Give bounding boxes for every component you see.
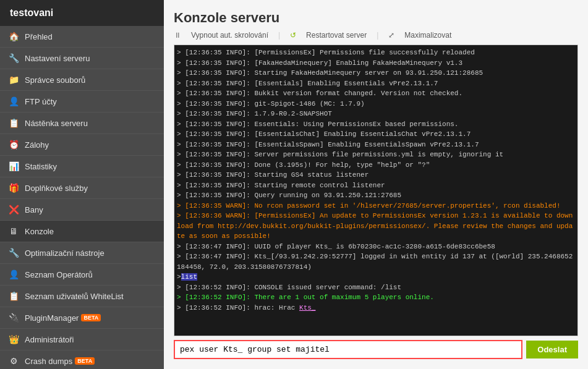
- console-line-0: > [12:36:35 INFO]: [PermissionsEx] Permi…: [177, 48, 575, 58]
- pause-icon: ⏸: [174, 31, 181, 40]
- console-line-10: > [12:36:35 INFO]: Server permissions fi…: [177, 150, 575, 160]
- console-line-2: > [12:36:35 INFO]: Starting FakaHedaMine…: [177, 68, 575, 78]
- sidebar-label-statistiky: Statistiky: [25, 162, 57, 171]
- player-name: Kts_: [299, 304, 315, 312]
- sidebar-icon-prehled: 🏠: [7, 30, 20, 43]
- sidebar-label-zalohy: Zálohy: [25, 140, 49, 150]
- sidebar-icon-spravce: 📁: [7, 74, 20, 86]
- sidebar-label-doplnkove: Doplňkové služby: [25, 184, 88, 193]
- console-line-9: > [12:36:35 INFO]: [EssentialsSpawn] Ena…: [177, 140, 575, 150]
- sidebar-label-optimalizacni: Optimalizační nástroje: [25, 248, 104, 258]
- sidebar-icon-whitelist: 📋: [7, 290, 20, 302]
- sidebar-item-doplnkove[interactable]: 🎁Doplňkové služby: [0, 177, 164, 199]
- sidebar-label-pluginmanager: PluginManager: [25, 313, 79, 323]
- console-line-11: > [12:36:35 INFO]: Done (3.195s)! For he…: [177, 160, 575, 171]
- sidebar-item-ftp[interactable]: 👤FTP účty: [0, 91, 164, 112]
- console-line-6: > [12:36:35 INFO]: 1.7.9-R0.2-SNAPSHOT: [177, 109, 575, 119]
- maximize-icon: ⤢: [388, 31, 394, 40]
- console-line-4: > [12:36:35 INFO]: Bukkit version format…: [177, 88, 575, 99]
- sidebar-icon-optimalizacni: 🔧: [7, 247, 20, 259]
- sidebar-icon-pluginmanager: 🔌: [7, 312, 20, 324]
- console-line-17: > [12:36:47 INFO]: UUID of player Kts_ i…: [177, 242, 575, 252]
- divider2: |: [377, 31, 378, 40]
- badge-crash-dumps: BETA: [75, 357, 95, 365]
- console-output: > [12:36:35 INFO]: [PermissionsEx] Permi…: [174, 45, 578, 336]
- sidebar-item-zalohy[interactable]: ⏰Zálohy: [0, 134, 164, 156]
- sidebar-item-administratori[interactable]: 👑Administrátoři: [0, 329, 164, 350]
- sidebar-label-ftp: FTP účty: [25, 97, 57, 106]
- restart-icon: ↺: [290, 31, 296, 40]
- console-line-14: > [12:36:35 INFO]: Query running on 93.9…: [177, 190, 575, 201]
- console-line-12: > [12:36:35 INFO]: Starting GS4 status l…: [177, 170, 575, 180]
- main-content: Konzole serveru ⏸ Vypnout aut. skrolován…: [164, 0, 588, 369]
- console-line-8: > [12:36:35 INFO]: [EssentialsChat] Enab…: [177, 129, 575, 140]
- sidebar-icon-nastaveni: 🔧: [7, 52, 20, 64]
- console-line-22: > [12:36:52 INFO]: hrac: Hrac Kts_: [177, 303, 575, 313]
- sidebar-icon-nastenkа: 📋: [7, 117, 20, 129]
- sidebar-label-nastenkа: Nástěnka serveru: [25, 119, 88, 128]
- console-lines: > [12:36:35 INFO]: [PermissionsEx] Permi…: [177, 48, 575, 313]
- send-button[interactable]: Odeslat: [526, 341, 578, 358]
- sidebar-item-pluginmanager[interactable]: 🔌PluginManagerBETA: [0, 307, 164, 329]
- sidebar-icon-administratori: 👑: [7, 333, 20, 346]
- sidebar-icon-konzole: 🖥: [7, 225, 20, 237]
- console-line-18: > [12:36:47 INFO]: Kts_[/93.91.242.29:52…: [177, 252, 575, 272]
- sidebar-label-prehled: Přehled: [25, 32, 53, 41]
- sidebar-title: testovani: [0, 0, 164, 26]
- badge-pluginmanager: BETA: [81, 314, 101, 321]
- cmd-list: list: [181, 273, 197, 281]
- console-line-13: > [12:36:35 INFO]: Starting remote contr…: [177, 180, 575, 191]
- sidebar-label-crash-dumps: Crash dumps: [25, 357, 72, 366]
- divider: |: [278, 31, 280, 40]
- sidebar-label-konzole: Konzole: [25, 227, 54, 236]
- sidebar-label-whitelist: Seznam uživatelů WhiteList: [25, 292, 124, 301]
- sidebar: testovani 🏠Přehled🔧Nastavení serveru📁Spr…: [0, 0, 164, 369]
- sidebar-item-konzole[interactable]: 🖥Konzole: [0, 221, 164, 242]
- sidebar-item-bany[interactable]: ❌Bany: [0, 199, 164, 221]
- sidebar-item-seznam-operatoru[interactable]: 👤Seznam Operátorů: [0, 264, 164, 286]
- sidebar-icon-doplnkove: 🎁: [7, 182, 20, 194]
- sidebar-item-whitelist[interactable]: 📋Seznam uživatelů WhiteList: [0, 286, 164, 307]
- sidebar-icon-zalohy: ⏰: [7, 138, 20, 151]
- console-input[interactable]: [174, 340, 522, 359]
- console-input-row: Odeslat: [174, 340, 578, 359]
- console-line-3: > [12:36:35 INFO]: [Essentials] Enabling…: [177, 78, 575, 89]
- console-line-20: > [12:36:52 INFO]: CONSOLE issued server…: [177, 282, 575, 293]
- sidebar-item-spravce[interactable]: 📁Správce souborů: [0, 69, 164, 91]
- console-line-21: > [12:36:52 INFO]: There are 1 out of ma…: [177, 292, 575, 303]
- sidebar-icon-statistiky: 📊: [7, 160, 20, 172]
- sidebar-icon-bany: ❌: [7, 203, 20, 216]
- maximize-button[interactable]: Maximalizovat: [404, 31, 451, 40]
- console-line-19: >list: [177, 272, 575, 282]
- console-toolbar: ⏸ Vypnout aut. skrolování | ↺ Restartova…: [174, 31, 578, 40]
- sidebar-label-spravce: Správce souborů: [25, 75, 85, 85]
- sidebar-item-nastenkа[interactable]: 📋Nástěnka serveru: [0, 112, 164, 134]
- restart-button[interactable]: Restartovat server: [306, 31, 367, 40]
- sidebar-icon-crash-dumps: ⚙: [7, 355, 20, 367]
- page-title: Konzole serveru: [174, 10, 578, 26]
- sidebar-label-nastaveni: Nastavení serveru: [25, 54, 90, 63]
- sidebar-item-optimalizacni[interactable]: 🔧Optimalizační nástroje: [0, 242, 164, 264]
- sidebar-icon-seznam-operatoru: 👤: [7, 268, 20, 281]
- sidebar-item-statistiky[interactable]: 📊Statistiky: [0, 156, 164, 177]
- console-line-7: > [12:36:35 INFO]: Essentials: Using Per…: [177, 119, 575, 130]
- console-line-16: > [12:36:36 WARN]: [PermissionsEx] An up…: [177, 211, 575, 242]
- sidebar-label-seznam-operatoru: Seznam Operátorů: [25, 270, 93, 279]
- console-line-15: > [12:36:35 WARN]: No rcon password set …: [177, 201, 575, 211]
- sidebar-item-nastaveni[interactable]: 🔧Nastavení serveru: [0, 48, 164, 69]
- sidebar-icon-ftp: 👤: [7, 95, 20, 108]
- sidebar-item-crash-dumps[interactable]: ⚙Crash dumpsBETA: [0, 350, 164, 369]
- autoscroll-button[interactable]: Vypnout aut. skrolování: [191, 31, 268, 40]
- sidebar-label-administratori: Administrátoři: [25, 335, 74, 344]
- sidebar-item-prehled[interactable]: 🏠Přehled: [0, 26, 164, 48]
- sidebar-label-bany: Bany: [25, 205, 43, 214]
- console-line-1: > [12:36:35 INFO]: [FakaHedaMinequery] E…: [177, 58, 575, 69]
- console-line-5: > [12:36:35 INFO]: git-Spigot-1486 (MC: …: [177, 99, 575, 109]
